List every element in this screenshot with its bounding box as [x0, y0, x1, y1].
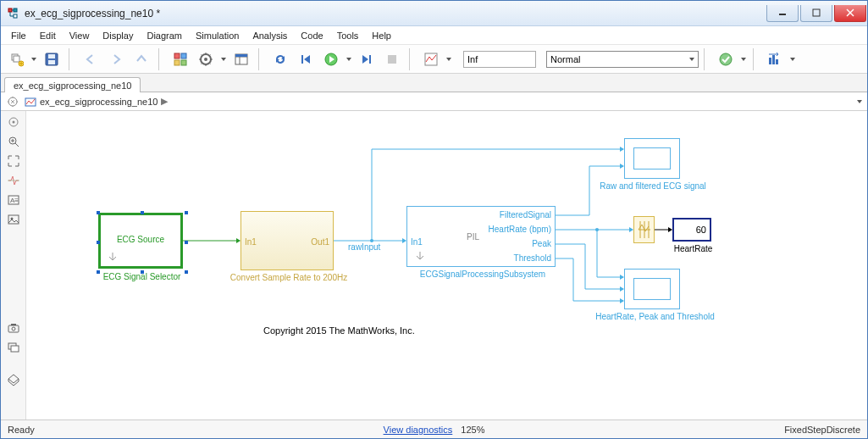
svg-rect-29 [769, 58, 771, 64]
breadcrumb-root[interactable]: ex_ecg_sigprocessing_ne10 ▶ [25, 96, 168, 108]
menu-display[interactable]: Display [96, 29, 140, 42]
titlebar[interactable]: ex_ecg_sigprocessing_ne10 * [1, 1, 867, 26]
svg-rect-31 [776, 59, 778, 64]
block-pil-subsystem[interactable]: In1 PIL FilteredSignal HeartRate (bpm) P… [406, 206, 556, 267]
port-heartrate: HeartRate (bpm) [489, 225, 551, 234]
svg-rect-51 [97, 211, 100, 214]
stop-button[interactable] [380, 48, 404, 70]
menu-code[interactable]: Code [294, 29, 329, 42]
zoom-level[interactable]: 125% [461, 425, 484, 435]
menu-tools[interactable]: Tools [330, 29, 366, 42]
port-peak: Peak [532, 239, 551, 248]
view-diagnostics-link[interactable]: View diagnostics [384, 425, 453, 435]
svg-point-35 [12, 121, 14, 124]
menu-edit[interactable]: Edit [33, 29, 63, 42]
signal-label-rawinput: rawInput [348, 242, 380, 252]
block-text: ECG Source [100, 235, 181, 244]
svg-rect-23 [301, 55, 303, 64]
data-inspector-dropdown[interactable] [445, 58, 453, 61]
screenshot-icon[interactable] [3, 319, 25, 337]
hide-browser-icon[interactable] [3, 113, 25, 131]
palette: A≡ [1, 111, 26, 420]
run-button[interactable] [319, 48, 343, 70]
maximize-button[interactable] [800, 5, 832, 22]
save-button[interactable] [40, 48, 64, 70]
model-explorer-button[interactable] [229, 48, 253, 70]
new-model-button[interactable] [4, 48, 28, 70]
status-ready: Ready [8, 425, 35, 435]
library-browser-button[interactable] [169, 48, 192, 70]
chevron-down-icon [689, 58, 694, 61]
update-diagram-button[interactable] [268, 48, 292, 70]
block-label-convert: Convert Sample Rate to 200Hz [225, 273, 352, 282]
port-out1: Out1 [311, 237, 329, 247]
copyright-text: Copyright 2015 The MathWorks, Inc. [263, 325, 415, 336]
new-model-dropdown[interactable] [30, 58, 38, 61]
zoom-in-icon[interactable] [3, 132, 25, 151]
breadcrumb-dropdown[interactable] [855, 100, 864, 103]
svg-rect-44 [8, 325, 19, 332]
model-tab[interactable]: ex_ecg_sigprocessing_ne10 [4, 77, 141, 92]
up-button[interactable] [130, 48, 153, 70]
build-button[interactable] [763, 48, 787, 70]
block-scope-raw-filtered[interactable] [624, 138, 680, 179]
port-threshold: Threshold [514, 253, 551, 263]
forward-button[interactable] [104, 48, 128, 70]
stop-time-input[interactable] [463, 51, 536, 68]
svg-rect-1 [14, 8, 17, 12]
model-config-dropdown[interactable] [219, 58, 228, 61]
step-back-button[interactable] [294, 48, 318, 70]
step-forward-button[interactable] [355, 48, 379, 70]
svg-rect-48 [11, 346, 19, 352]
viewmark-icon[interactable] [3, 338, 25, 357]
svg-rect-11 [48, 54, 55, 58]
toggle-perspective-icon[interactable] [3, 370, 25, 389]
menu-help[interactable]: Help [365, 29, 398, 42]
svg-rect-13 [174, 53, 180, 58]
menu-view[interactable]: View [63, 29, 97, 42]
menu-analysis[interactable]: Analysis [246, 29, 294, 42]
build-dropdown[interactable] [788, 58, 797, 61]
svg-point-28 [720, 53, 732, 65]
svg-rect-55 [185, 241, 188, 244]
run-dropdown[interactable] [345, 58, 353, 61]
canvas[interactable]: ECG Source ECG Signal Selector In1 Out1 … [26, 111, 867, 420]
block-convert[interactable]: In1 Out1 [240, 211, 334, 270]
model-advisor-dropdown[interactable] [739, 58, 748, 61]
close-button[interactable] [834, 5, 866, 22]
model-icon [25, 96, 36, 108]
back-button[interactable] [79, 48, 102, 70]
solver-info: FixedStepDiscrete [784, 425, 860, 435]
simulink-icon [6, 7, 19, 20]
data-inspector-button[interactable] [419, 48, 443, 70]
hide-browser-button[interactable] [4, 94, 21, 109]
block-scope-hpt[interactable] [624, 269, 680, 309]
simulation-mode-select[interactable]: Normal [546, 51, 699, 68]
sample-time-icon[interactable] [3, 171, 25, 190]
port-filtered: FilteredSignal [500, 210, 551, 220]
menu-file[interactable]: File [4, 29, 33, 42]
image-icon[interactable] [3, 210, 25, 229]
menu-diagram[interactable]: Diagram [140, 29, 189, 42]
fit-view-icon[interactable] [3, 152, 25, 170]
separator [409, 48, 414, 70]
block-label-ecg-source: ECG Signal Selector [93, 272, 191, 281]
svg-rect-26 [388, 55, 396, 64]
svg-rect-53 [185, 211, 188, 214]
minimize-button[interactable] [766, 5, 799, 22]
block-display-heartrate[interactable]: 60 [672, 218, 711, 242]
arrow-down-icon [414, 251, 426, 263]
annotation-icon[interactable]: A≡ [3, 191, 25, 209]
scope-screen [633, 147, 672, 169]
svg-point-45 [12, 327, 15, 331]
svg-rect-8 [14, 56, 19, 62]
model-advisor-button[interactable] [714, 48, 738, 70]
svg-rect-52 [141, 211, 144, 214]
block-rate-transition[interactable] [633, 216, 655, 243]
block-ecg-source[interactable]: ECG Source [98, 213, 183, 269]
svg-rect-0 [8, 8, 12, 12]
menu-simulation[interactable]: Simulation [189, 29, 246, 42]
simulation-mode-value: Normal [550, 54, 580, 64]
model-config-button[interactable] [194, 48, 218, 70]
display-value: 60 [696, 225, 706, 235]
